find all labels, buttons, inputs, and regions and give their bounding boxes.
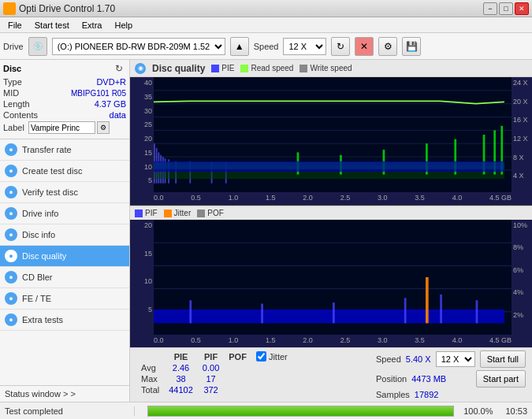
app-icon — [3, 2, 16, 15]
sidebar-item-cd-bler[interactable]: ● CD Bler — [0, 267, 129, 288]
sidebar-item-transfer-rate[interactable]: ● Transfer rate — [0, 139, 129, 161]
chart2-legend: PIF Jitter POF — [130, 206, 532, 220]
content-area: ◉ Disc quality PIE Read speed Write spee… — [130, 60, 532, 402]
total-label: Total — [136, 384, 164, 395]
chart1-x-labels: 0.0 0.5 1.0 1.5 2.0 2.5 3.0 3.5 4.0 4.5 … — [154, 192, 512, 205]
start-part-button[interactable]: Start part — [476, 370, 526, 387]
transfer-rate-label: Transfer rate — [22, 145, 72, 154]
speed-select-stats[interactable]: 12 X — [436, 351, 475, 367]
cd-bler-icon: ● — [5, 271, 17, 284]
mid-label: MID — [3, 88, 19, 98]
drive-icon: 💿 — [28, 37, 47, 56]
menu-file[interactable]: File — [3, 19, 27, 32]
sidebar-item-drive-info[interactable]: ● Drive info — [0, 203, 129, 224]
max-pif: 17 — [198, 373, 224, 384]
sidebar-item-verify-test-disc[interactable]: ● Verify test disc — [0, 182, 129, 203]
progress-bar — [147, 406, 454, 417]
label-field-label: Label — [3, 123, 24, 132]
sidebar-item-extra-tests[interactable]: ● Extra tests — [0, 310, 129, 331]
restore-button[interactable]: □ — [499, 2, 513, 15]
legend-pif-label: PIF — [145, 209, 158, 217]
chart1-y-right: 24 X 20 X 16 X 12 X 8 X 4 X — [512, 77, 532, 205]
stats-header-pif: PIF — [198, 350, 224, 362]
status-bar: Test completed 100.0% 10:53 — [0, 402, 532, 419]
jitter-checkbox[interactable] — [256, 351, 266, 362]
samples-row: Samples 17892 — [376, 390, 526, 399]
mid-value: MBIPG101 R05 — [71, 89, 126, 98]
clear-button[interactable]: ✕ — [355, 37, 374, 56]
total-pif: 372 — [198, 384, 224, 395]
chart1-y-left: 40 35 30 25 20 15 10 5 — [130, 77, 154, 205]
legend-read: Read speed — [240, 64, 293, 72]
time-label: 10:53 — [505, 406, 527, 416]
chart2-svg — [154, 220, 512, 335]
menu-help[interactable]: Help — [110, 19, 137, 32]
legend-pof-label: POF — [207, 209, 224, 217]
length-value: 4.37 GB — [95, 99, 126, 109]
max-label: Max — [136, 373, 164, 384]
sidebar-item-disc-info[interactable]: ● Disc info — [0, 224, 129, 246]
legend-write-color — [299, 65, 307, 72]
create-test-disc-label: Create test disc — [22, 166, 82, 176]
max-pof — [224, 373, 251, 384]
disc-refresh-icon[interactable]: ↻ — [115, 63, 126, 74]
legend-pie-color — [211, 65, 219, 72]
speed-select[interactable]: 12 X — [283, 38, 326, 55]
refresh-button[interactable]: ↻ — [331, 37, 350, 56]
sidebar: Disc ↻ Type DVD+R MID MBIPG101 R05 Lengt… — [0, 60, 130, 402]
progress-fill — [148, 406, 453, 416]
label-input[interactable] — [28, 121, 95, 134]
menu-extra[interactable]: Extra — [77, 19, 107, 32]
fe-te-icon: ● — [5, 292, 17, 305]
legend-pof-color — [197, 210, 205, 217]
stats-table: PIE PIF POF Jitter Avg 2.46 0.00 — [136, 350, 292, 395]
stats-header-pof: POF — [224, 350, 251, 362]
menu-bar: File Start test Extra Help — [0, 17, 532, 33]
legend-pif: PIF — [135, 209, 158, 217]
cd-bler-label: CD Bler — [22, 273, 53, 282]
legend-pie: PIE — [211, 64, 234, 72]
minimize-button[interactable]: − — [483, 2, 497, 15]
svg-rect-34 — [189, 300, 192, 323]
legend-write: Write speed — [299, 64, 352, 72]
disc-info-label: Disc info — [22, 230, 55, 239]
svg-rect-38 — [440, 295, 442, 324]
legend-jitter: Jitter — [164, 209, 192, 217]
menu-start-test[interactable]: Start test — [30, 19, 74, 32]
total-pof — [224, 384, 251, 395]
settings-button[interactable]: ⚙ — [378, 37, 397, 56]
jitter-checkbox-wrapper: Jitter — [256, 351, 288, 362]
samples-value: 17892 — [415, 390, 439, 399]
window-controls: − □ ✕ — [483, 2, 529, 15]
drive-select[interactable]: (O:) PIONEER BD-RW BDR-209M 1.52 — [52, 38, 225, 55]
avg-label: Avg — [136, 362, 164, 373]
sidebar-item-fe-te[interactable]: ● FE / TE — [0, 288, 129, 310]
save-button[interactable]: 💾 — [402, 37, 421, 56]
status-text: Test completed — [5, 406, 135, 416]
transfer-rate-icon: ● — [5, 143, 17, 156]
chart1-svg — [154, 77, 512, 192]
sidebar-item-create-test-disc[interactable]: ● Create test disc — [0, 161, 129, 182]
samples-label: Samples — [376, 390, 410, 399]
svg-rect-27 — [154, 161, 504, 172]
chart2-y-right: 10% 8% 6% 4% 2% — [512, 220, 532, 347]
chart-title: Disc quality — [152, 63, 205, 74]
svg-rect-37 — [404, 298, 407, 323]
sidebar-item-disc-quality[interactable]: ● Disc quality — [0, 246, 129, 267]
stats-right: Speed 5.40 X 12 X Start full Position 44… — [376, 350, 526, 399]
speed-value: 5.40 X — [406, 354, 431, 364]
close-button[interactable]: ✕ — [515, 2, 529, 15]
speed-label: Speed — [376, 354, 401, 364]
drive-info-icon: ● — [5, 207, 17, 220]
max-pie: 38 — [164, 373, 198, 384]
charts-area: 40 35 30 25 20 15 10 5 — [130, 77, 532, 347]
status-window-button[interactable]: Status window > > — [0, 385, 129, 402]
stats-area: PIE PIF POF Jitter Avg 2.46 0.00 — [130, 347, 532, 402]
legend-read-color — [240, 65, 248, 72]
eject-button[interactable]: ▲ — [230, 37, 249, 56]
start-full-button[interactable]: Start full — [480, 350, 526, 368]
label-edit-button[interactable]: ⚙ — [97, 121, 110, 134]
legend-pif-color — [135, 210, 143, 217]
stats-header-pie: PIE — [164, 350, 198, 362]
svg-rect-39 — [476, 300, 478, 323]
